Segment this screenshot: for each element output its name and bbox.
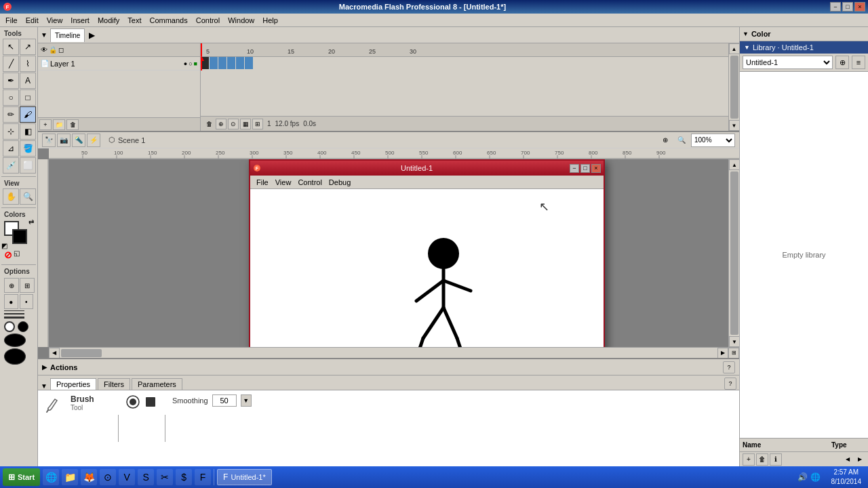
quicklaunch-cashfiesta[interactable]: $ (176, 469, 192, 485)
delete-layer-btn[interactable]: 🗑 (66, 119, 79, 130)
maximize-button[interactable]: □ (842, 2, 853, 12)
lib-expand-arrow[interactable]: ▼ (744, 44, 750, 51)
stage-scroll-right[interactable]: ▶ (717, 348, 728, 359)
tool-rect[interactable]: □ (20, 89, 36, 106)
frame-trash-btn[interactable]: 🗑 (203, 119, 214, 129)
playhead[interactable] (201, 43, 202, 56)
layer-name[interactable]: Layer 1 (50, 60, 182, 68)
layer-outline[interactable]: ■ (194, 60, 197, 67)
tab-properties[interactable]: Properties (50, 378, 96, 390)
box-icon[interactable]: ◻ (58, 46, 64, 54)
tool-ink[interactable]: ⊿ (3, 140, 19, 157)
lib-nav-left[interactable]: ◀ (842, 454, 853, 465)
zoom-icon[interactable]: 🔍 (675, 134, 688, 147)
menu-file[interactable]: File (1, 15, 22, 26)
menu-insert[interactable]: Insert (66, 15, 94, 26)
nav-icon-4[interactable]: ⚡ (87, 134, 100, 147)
tool-eraser[interactable]: ⬜ (20, 157, 36, 174)
tray-icon-2[interactable]: 🌐 (810, 472, 821, 482)
stage-scroll-thumb[interactable] (730, 171, 738, 335)
option-size-2[interactable]: • (20, 294, 34, 309)
tool-hand[interactable]: ✋ (3, 188, 19, 205)
default-colors-icon[interactable]: ◩ (1, 242, 7, 249)
menu-text[interactable]: Text (123, 15, 145, 26)
tool-pencil[interactable]: ✏ (3, 106, 19, 123)
tool-oval[interactable]: ○ (3, 89, 19, 106)
layer-eye[interactable]: ● (184, 60, 187, 67)
preview-menu-view[interactable]: View (272, 177, 295, 188)
no-color-btn[interactable]: ⊘ (4, 249, 12, 260)
swap-colors-icon[interactable]: ⇄ (28, 218, 34, 226)
tool-lasso[interactable]: ⌇ (20, 56, 36, 72)
props-help-btn[interactable]: ? (724, 378, 736, 390)
stroke-size-display[interactable] (4, 310, 33, 319)
lib-delete-btn[interactable]: 🗑 (756, 453, 768, 466)
quicklaunch-firefox[interactable]: 🦊 (81, 469, 97, 485)
menu-window[interactable]: Window (224, 15, 258, 26)
scrollbar-down-btn[interactable]: ▼ (729, 120, 740, 131)
tool-text[interactable]: A (20, 73, 36, 89)
quicklaunch-vuze[interactable]: V (119, 469, 135, 485)
scene-label[interactable]: Scene 1 (118, 136, 145, 144)
lib-nav-right[interactable]: ▶ (854, 454, 865, 465)
scrollbar-up-btn[interactable]: ▲ (729, 43, 740, 54)
fill-color-box[interactable] (12, 229, 27, 244)
stage-scroll-down[interactable]: ▼ (729, 336, 739, 347)
stroke-color-circle[interactable] (4, 321, 15, 332)
option-btn-1[interactable]: ⊕ (4, 278, 19, 293)
lib-props-btn-2[interactable]: ℹ (770, 453, 782, 466)
edit-frames-btn[interactable]: ▦ (240, 119, 251, 129)
lock-icon[interactable]: 🔒 (49, 46, 57, 54)
tool-fill[interactable]: ◧ (20, 123, 36, 140)
timeline-tab[interactable]: Timeline (50, 28, 85, 42)
lib-file-dropdown[interactable]: Untitled-1 (743, 56, 833, 69)
quicklaunch-skype[interactable]: S (138, 469, 154, 485)
props-expand-arrow[interactable]: ▼ (41, 382, 47, 390)
scrollbar-thumb-v[interactable] (730, 56, 738, 119)
option-size-1[interactable]: ● (4, 294, 18, 309)
quicklaunch-folder[interactable]: 📁 (62, 469, 78, 485)
option-btn-2[interactable]: ⊞ (20, 278, 35, 293)
preview-close-btn[interactable]: × (591, 164, 601, 173)
menu-control[interactable]: Control (192, 15, 224, 26)
quicklaunch-flash[interactable]: F (195, 469, 211, 485)
tool-zoom[interactable]: 🔍 (20, 188, 36, 205)
nav-icon-3[interactable]: 🔦 (72, 134, 85, 147)
tool-eyedropper[interactable]: 💉 (3, 157, 19, 174)
stage-scroll-h-thumb[interactable] (61, 349, 102, 357)
tool-brush[interactable]: 🖌 (20, 106, 36, 123)
menu-help[interactable]: Help (258, 15, 282, 26)
tool-line[interactable]: ╱ (3, 56, 19, 72)
nav-icon-2[interactable]: 📷 (57, 134, 71, 147)
preview-menu-file[interactable]: File (253, 177, 272, 188)
preview-maximize-btn[interactable]: □ (580, 164, 590, 173)
timeline-icon[interactable]: ▶ (89, 30, 95, 40)
current-color-swatch[interactable] (4, 348, 26, 365)
tool-subselect[interactable]: ↗ (20, 39, 36, 55)
tab-filters[interactable]: Filters (98, 378, 130, 390)
tab-parameters[interactable]: Parameters (132, 378, 182, 390)
scene-breadcrumb[interactable]: ⬡ (108, 136, 115, 144)
timeline-collapse-arrow[interactable]: ▼ (41, 31, 47, 39)
close-button[interactable]: × (854, 2, 865, 12)
black-white-btn[interactable]: ◱ (14, 249, 20, 260)
quicklaunch-ie[interactable]: 🌐 (43, 469, 59, 485)
quicklaunch-chrome[interactable]: ⊙ (100, 469, 116, 485)
lib-add-btn[interactable]: + (743, 453, 755, 466)
menu-modify[interactable]: Modify (94, 15, 123, 26)
nav-icon-1[interactable]: 🔭 (42, 134, 56, 147)
quicklaunch-clip2net[interactable]: ✂ (157, 469, 173, 485)
tool-arrow[interactable]: ↖ (3, 39, 19, 55)
preview-minimize-btn[interactable]: − (570, 164, 579, 173)
preview-menu-debug[interactable]: Debug (326, 177, 354, 188)
actions-help-btn[interactable]: ? (723, 361, 735, 373)
layer-lock[interactable]: ○ (189, 60, 192, 67)
smoothing-dropdown-btn[interactable]: ▼ (241, 394, 252, 407)
preview-canvas[interactable]: ↖ (250, 189, 604, 347)
menu-commands[interactable]: Commands (145, 15, 191, 26)
zoom-select[interactable]: 100% 50% 75% 200% (691, 134, 735, 147)
smoothing-input[interactable] (212, 394, 237, 407)
start-button[interactable]: ⊞ Start (3, 468, 40, 486)
minimize-button[interactable]: − (830, 2, 841, 12)
color-panel-header[interactable]: ▼ Color (743, 30, 865, 38)
